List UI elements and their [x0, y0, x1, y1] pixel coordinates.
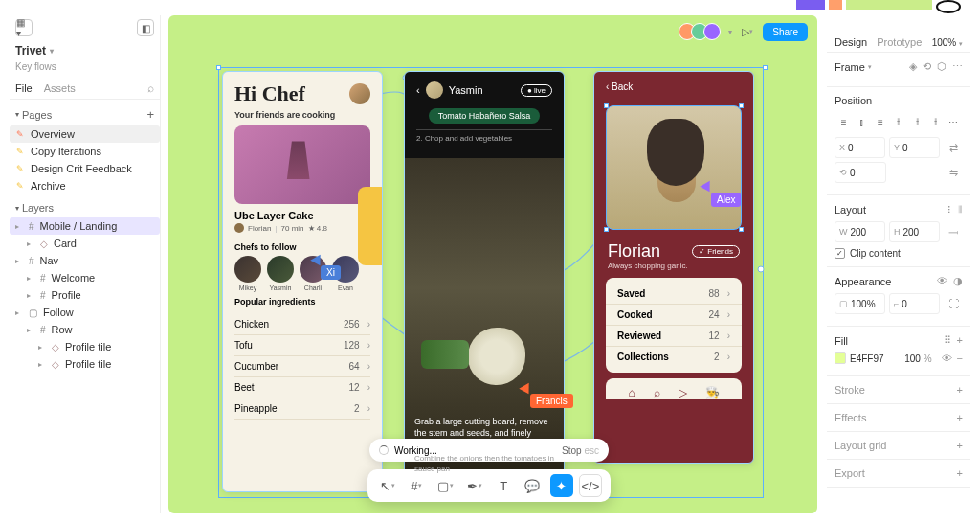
stat-row[interactable]: Saved88›	[606, 284, 742, 305]
link-dims-icon[interactable]: ⟞	[944, 221, 963, 242]
page-item[interactable]: ✎Copy Iterations	[10, 143, 160, 160]
shape-tool[interactable]: ▢▾	[434, 474, 457, 497]
user-avatar[interactable]	[349, 83, 370, 104]
height-field[interactable]: H200	[889, 221, 940, 242]
transform-icon[interactable]: ⇄	[944, 137, 963, 158]
layer-item[interactable]: ▸◇Profile tile	[10, 355, 160, 373]
opacity-field[interactable]: ▢100%	[835, 293, 885, 314]
fill-opacity[interactable]: 100 %	[904, 353, 931, 364]
effects-add-icon[interactable]: +	[957, 412, 963, 423]
share-button[interactable]: Share	[763, 23, 808, 41]
frame-profile[interactable]: ‹ Back Florian ✓ Friends Always chopping…	[593, 71, 754, 464]
nav-video-icon[interactable]: ▷	[679, 386, 687, 399]
bottom-nav[interactable]: ⌂ ⌕ ▷ 👨‍🍳	[606, 378, 742, 399]
export-label[interactable]: Export	[835, 467, 865, 479]
stat-row[interactable]: Collections2›	[606, 347, 742, 367]
recipe-card[interactable]	[234, 125, 370, 204]
blend-icon[interactable]: ◑	[953, 275, 963, 287]
ingredient-row[interactable]: Tofu128›	[234, 335, 370, 356]
tab-assets[interactable]: Assets	[44, 82, 76, 94]
x-field[interactable]: X0	[835, 137, 885, 158]
flip-icon[interactable]: ⇋	[944, 162, 963, 183]
page-item[interactable]: ✎Design Crit Feedback	[10, 160, 160, 177]
stroke-label[interactable]: Stroke	[835, 384, 865, 396]
chef-avatar[interactable]: Mikey	[234, 256, 261, 291]
nav-home-icon[interactable]: ⌂	[628, 386, 635, 399]
clip-content-checkbox[interactable]: ✓Clip content	[835, 246, 963, 259]
pen-tool[interactable]: ✒▾	[463, 474, 486, 497]
align-right-icon[interactable]: ≡	[871, 112, 889, 131]
align-top-icon[interactable]: ⫲	[889, 112, 907, 131]
figma-menu-icon[interactable]: ▦ ▾	[15, 19, 33, 36]
align-vcenter-icon[interactable]: ⫲	[908, 112, 926, 131]
friends-badge[interactable]: ✓ Friends	[692, 245, 740, 258]
stream-user[interactable]: ‹ Yasmin	[416, 81, 483, 99]
page-item[interactable]: ✎Archive	[10, 177, 160, 194]
layer-item[interactable]: ▸#Nav	[10, 252, 160, 269]
grid-add-icon[interactable]: +	[957, 440, 963, 451]
profile-photo[interactable]	[606, 105, 742, 230]
layer-item[interactable]: ▸◇Profile tile	[10, 338, 160, 355]
layer-item[interactable]: ▸▢Follow	[10, 304, 160, 321]
stat-row[interactable]: Cooked24›	[606, 305, 742, 326]
autolayout-v-icon[interactable]: ⫶	[947, 203, 952, 216]
fill-style-icon[interactable]: ⠿	[944, 334, 951, 347]
search-icon[interactable]: ⌕	[147, 81, 154, 95]
stroke-add-icon[interactable]: +	[957, 384, 963, 396]
component-icon[interactable]: ⬡	[937, 60, 947, 73]
layer-item[interactable]: ▸#Row	[10, 321, 160, 338]
autolayout-h-icon[interactable]: ⫴	[958, 203, 963, 216]
frame-live-video[interactable]: ‹ Yasmin ● live Tomato Habañero Salsa 2.…	[404, 71, 565, 483]
more-icon[interactable]: ⋯	[952, 60, 963, 73]
resize-icon[interactable]: ⟲	[923, 60, 931, 73]
corner-detail-icon[interactable]: ⛶	[944, 293, 963, 314]
align-more-icon[interactable]: ⋯	[945, 112, 963, 131]
move-tool[interactable]: ↖▾	[376, 474, 399, 497]
present-button[interactable]: ▷▾	[740, 24, 755, 39]
ingredient-row[interactable]: Chicken256›	[234, 314, 370, 335]
canvas[interactable]: Hi Chef Your friends are cooking Ube Lay…	[168, 15, 817, 513]
stat-row[interactable]: Reviewed12›	[606, 326, 742, 347]
layout-grid-label[interactable]: Layout grid	[835, 440, 886, 451]
rotation-field[interactable]: ⟲0	[835, 162, 886, 183]
fill-visibility-icon[interactable]: 👁	[942, 352, 952, 364]
align-hcenter-icon[interactable]: ⫿	[853, 112, 871, 131]
frame-dropdown[interactable]: Frame▾	[835, 61, 872, 73]
dev-mode-tool[interactable]: </>	[579, 474, 602, 497]
export-add-icon[interactable]: +	[957, 467, 963, 479]
collaborator-avatars[interactable]	[683, 23, 721, 40]
fill-add-icon[interactable]: +	[957, 334, 963, 347]
pages-title[interactable]: Pages	[22, 109, 52, 121]
align-bottom-icon[interactable]: ⫲	[926, 112, 945, 131]
nav-chef-icon[interactable]: 👨‍🍳	[705, 386, 720, 399]
fit-icon[interactable]: ◈	[909, 60, 917, 73]
visibility-icon[interactable]: 👁	[937, 275, 947, 287]
ingredient-row[interactable]: Pineapple2›	[234, 398, 370, 420]
fill-remove-icon[interactable]: −	[957, 352, 963, 364]
width-field[interactable]: W200	[835, 221, 885, 242]
tab-file[interactable]: File	[15, 82, 33, 94]
recipe-card-peek[interactable]	[358, 187, 383, 265]
fill-hex[interactable]: E4FF97	[850, 353, 884, 364]
ingredient-row[interactable]: Cucumber64›	[234, 356, 370, 377]
back-button[interactable]: ‹ Back	[594, 72, 753, 102]
corner-field[interactable]: ⌐0	[889, 293, 940, 314]
align-left-icon[interactable]: ≡	[835, 112, 853, 131]
comment-tool[interactable]: 💬	[521, 474, 544, 497]
layers-title[interactable]: Layers	[22, 202, 54, 214]
add-page-icon[interactable]: +	[146, 107, 154, 122]
frame-welcome[interactable]: Hi Chef Your friends are cooking Ube Lay…	[222, 71, 383, 492]
chef-avatar[interactable]: Yasmin	[267, 256, 294, 291]
layer-item[interactable]: ▸◇Card	[10, 235, 160, 252]
page-item[interactable]: ✎Overview	[10, 125, 160, 143]
frame-tool[interactable]: #▾	[405, 474, 428, 497]
file-name[interactable]: Trivet▾	[10, 40, 160, 61]
layer-item[interactable]: ▸#Mobile / Landing	[10, 217, 160, 235]
text-tool[interactable]: T	[492, 474, 515, 497]
tab-design[interactable]: Design	[835, 36, 867, 48]
y-field[interactable]: Y0	[889, 137, 940, 158]
stop-button[interactable]: Stop esc	[562, 445, 599, 456]
tab-prototype[interactable]: Prototype	[877, 36, 922, 48]
layer-item[interactable]: ▸#Profile	[10, 286, 160, 304]
ingredient-row[interactable]: Beet12›	[234, 377, 370, 398]
